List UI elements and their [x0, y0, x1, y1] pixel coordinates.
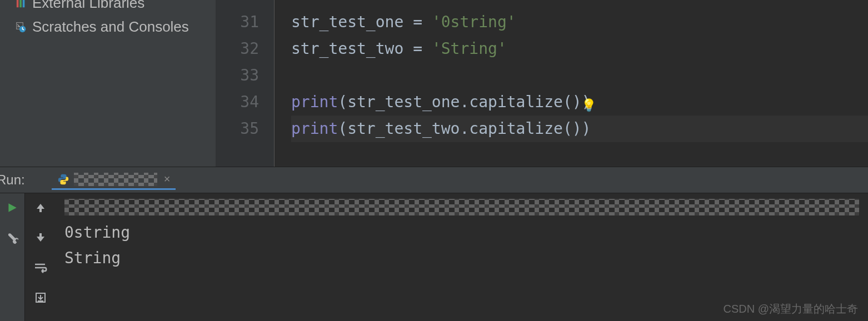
soft-wrap-button[interactable] [31, 258, 51, 278]
sidebar-item-label: Scratches and Consoles [32, 18, 189, 36]
token-builtin: print [291, 93, 338, 111]
scratch-icon [16, 22, 27, 33]
token-fn: capitalize [469, 119, 563, 138]
rerun-button[interactable] [2, 198, 22, 218]
token-op: . [460, 93, 469, 111]
sidebar-item-scratches[interactable]: Scratches and Consoles [0, 15, 216, 39]
run-label: Run: [0, 172, 25, 188]
token-builtin: print [291, 119, 338, 138]
line-number: 31 [216, 9, 259, 36]
svg-rect-0 [17, 0, 19, 7]
svg-rect-2 [23, 0, 25, 7]
code-line[interactable]: print(str_test_two.capitalize()) [291, 116, 868, 142]
line-number: 35 [216, 116, 259, 142]
token-op: = [403, 39, 432, 58]
up-arrow-button[interactable] [31, 198, 51, 218]
output-line: 0string [64, 220, 868, 245]
code-line[interactable]: print(str_test_one.capitalize()) [291, 89, 868, 116]
line-number-gutter: 31 32 33 34 35 [216, 0, 271, 167]
code-line[interactable] [291, 62, 868, 89]
code-line[interactable]: str_test_two = 'String' [291, 36, 868, 62]
token-id: str_test_one [347, 93, 460, 111]
token-op: ()) [563, 119, 591, 138]
output-line: String [64, 245, 868, 271]
scroll-to-end-button[interactable] [31, 288, 51, 308]
token-str: '0string' [432, 13, 516, 31]
wrench-button[interactable] [2, 229, 22, 249]
token-op: = [403, 13, 432, 31]
run-tool-header: Run: × [0, 167, 868, 193]
close-icon[interactable]: × [164, 173, 171, 185]
command-line-obscured [64, 199, 859, 215]
sidebar-item-label: External Libraries [32, 0, 144, 12]
run-config-tab[interactable]: × [52, 170, 176, 190]
sidebar-item-external-libraries[interactable]: External Libraries [0, 0, 216, 15]
line-number: 34 [216, 89, 259, 116]
token-id: str_test_two [347, 119, 460, 138]
token-fn: capitalize [469, 93, 563, 111]
library-icon [16, 0, 27, 9]
project-sidebar[interactable]: External Libraries Scratches and Console… [0, 0, 216, 167]
python-icon [57, 173, 69, 185]
down-arrow-button[interactable] [31, 228, 51, 248]
run-side-toolbar [0, 193, 24, 321]
line-number: 33 [216, 62, 259, 89]
code-line[interactable]: str_test_one = '0string' [291, 9, 868, 36]
intention-bulb-icon[interactable]: 💡 [581, 92, 596, 119]
run-config-name-obscured [74, 173, 157, 186]
token-id: str_test_two [291, 39, 403, 58]
token-op: ( [338, 93, 347, 111]
svg-rect-1 [19, 0, 22, 7]
line-number: 32 [216, 36, 259, 62]
token-str: 'String' [432, 39, 507, 58]
token-id: str_test_one [291, 13, 403, 31]
token-op: . [460, 119, 469, 138]
token-op: ( [338, 119, 347, 138]
watermark: CSDN @渴望力量的哈士奇 [723, 302, 858, 317]
code-editor[interactable]: 31 32 33 34 35 💡 str_test_one = '0string… [216, 0, 868, 167]
code-area[interactable]: 💡 str_test_one = '0string'str_test_two =… [275, 0, 868, 167]
run-actions-toolbar [24, 193, 56, 321]
